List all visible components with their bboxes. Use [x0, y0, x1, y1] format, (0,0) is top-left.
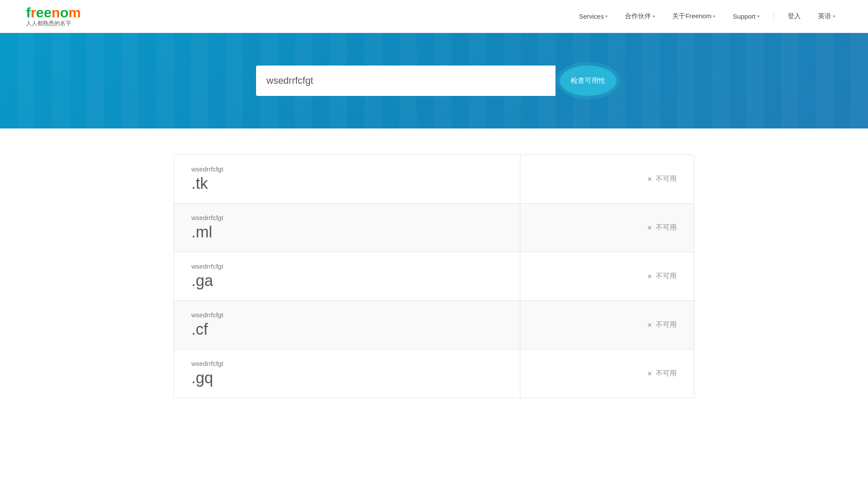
- logo-text: freenom: [26, 6, 81, 20]
- nav-divider: [773, 12, 774, 21]
- domain-tld-2: .ga: [191, 272, 503, 290]
- x-icon-2: ✕: [647, 273, 652, 280]
- search-button-label: 检查可用性: [571, 76, 605, 86]
- domain-tld-4: .gq: [191, 369, 503, 387]
- status-4: ✕ 不可用: [647, 369, 677, 378]
- result-right-4: ✕ 不可用: [520, 358, 694, 388]
- hero-content: 检查可用性: [256, 66, 612, 96]
- logo[interactable]: freenom 人人都熟悉的名字: [26, 6, 81, 27]
- nav-partners-chevron: ▾: [653, 14, 655, 19]
- nav-services-chevron: ▾: [605, 14, 608, 19]
- domain-tld-3: .cf: [191, 320, 503, 339]
- nav-login[interactable]: 登入: [781, 9, 808, 24]
- nav-support-chevron: ▾: [757, 14, 760, 19]
- nav-services-label: Services: [579, 13, 604, 20]
- domain-results: wsedrrfcfgt .tk ✕ 不可用 wsedrrfcfgt .ml ✕ …: [174, 155, 694, 398]
- nav-menu: Services ▾ 合作伙伴 ▾ 关于Freenom ▾ Support ▾ …: [572, 9, 842, 24]
- domain-tld-1: .ml: [191, 223, 503, 241]
- nav-partners[interactable]: 合作伙伴 ▾: [618, 9, 662, 24]
- nav-partners-label: 合作伙伴: [625, 12, 651, 20]
- nav-language[interactable]: 英语 ▾: [811, 9, 842, 24]
- domain-search-input[interactable]: [256, 66, 556, 96]
- status-3: ✕ 不可用: [647, 320, 677, 329]
- result-left-0: wsedrrfcfgt .tk: [174, 155, 520, 203]
- x-icon-3: ✕: [647, 322, 652, 329]
- domain-name-2: wsedrrfcfgt: [191, 263, 503, 270]
- result-right-3: ✕ 不可用: [520, 310, 694, 340]
- domain-name-3: wsedrrfcfgt: [191, 311, 503, 319]
- result-right-2: ✕ 不可用: [520, 261, 694, 291]
- table-row: wsedrrfcfgt .tk ✕ 不可用: [174, 155, 694, 204]
- status-1: ✕ 不可用: [647, 223, 677, 232]
- nav-language-label: 英语: [818, 12, 831, 20]
- status-0: ✕ 不可用: [647, 174, 677, 184]
- nav-language-chevron: ▾: [833, 14, 835, 19]
- domain-tld-0: .tk: [191, 174, 503, 193]
- nav-about-chevron: ▾: [713, 14, 715, 19]
- result-left-4: wsedrrfcfgt .gq: [174, 349, 520, 398]
- table-row: wsedrrfcfgt .ga ✕ 不可用: [174, 252, 694, 301]
- x-icon-4: ✕: [647, 370, 652, 377]
- nav-services[interactable]: Services ▾: [572, 9, 615, 23]
- nav-support-label: Support: [733, 13, 756, 20]
- table-row: wsedrrfcfgt .cf ✕ 不可用: [174, 301, 694, 349]
- result-left-1: wsedrrfcfgt .ml: [174, 204, 520, 252]
- search-button[interactable]: 检查可用性: [560, 66, 616, 96]
- navbar: freenom 人人都熟悉的名字 Services ▾ 合作伙伴 ▾ 关于Fre…: [0, 0, 868, 33]
- domain-name-0: wsedrrfcfgt: [191, 165, 503, 173]
- result-left-2: wsedrrfcfgt .ga: [174, 252, 520, 300]
- status-label-0: 不可用: [656, 174, 677, 184]
- result-right-1: ✕ 不可用: [520, 213, 694, 243]
- table-row: wsedrrfcfgt .gq ✕ 不可用: [174, 349, 694, 398]
- nav-about[interactable]: 关于Freenom ▾: [665, 9, 722, 24]
- x-icon-1: ✕: [647, 224, 652, 231]
- result-left-3: wsedrrfcfgt .cf: [174, 301, 520, 349]
- nav-about-label: 关于Freenom: [672, 12, 711, 20]
- nav-support[interactable]: Support ▾: [726, 9, 766, 23]
- status-label-1: 不可用: [656, 223, 677, 232]
- status-2: ✕ 不可用: [647, 272, 677, 281]
- domain-name-1: wsedrrfcfgt: [191, 214, 503, 221]
- result-right-0: ✕ 不可用: [520, 164, 694, 194]
- hero-section: 检查可用性: [0, 33, 868, 128]
- table-row: wsedrrfcfgt .ml ✕ 不可用: [174, 204, 694, 252]
- x-icon-0: ✕: [647, 176, 652, 183]
- logo-subtitle: 人人都熟悉的名字: [26, 20, 81, 27]
- status-label-3: 不可用: [656, 320, 677, 329]
- status-label-2: 不可用: [656, 272, 677, 281]
- status-label-4: 不可用: [656, 369, 677, 378]
- domain-name-4: wsedrrfcfgt: [191, 360, 503, 367]
